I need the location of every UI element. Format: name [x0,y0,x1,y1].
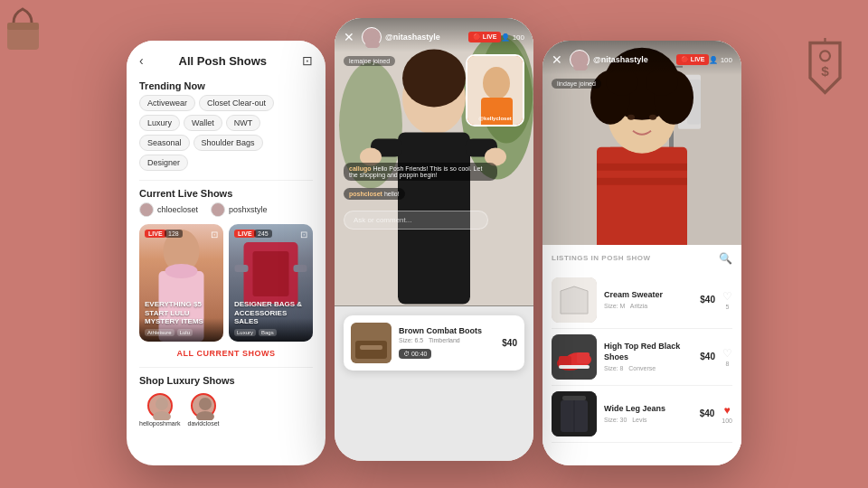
shop-host-2-avatar [191,393,216,418]
bookmark-1[interactable]: ⊡ [211,230,218,239]
svg-point-59 [573,62,588,70]
p2-viewer-count: 👤 100 [501,33,524,42]
listing-item-1[interactable]: Cream Sweater Size: M Aritzia $40 ♡ 5 [552,272,732,329]
live-count-2: 245 [254,230,272,238]
p2-chat-user-1: callugo [349,165,372,172]
p2-product-name: Brown Combat Boots [399,326,495,335]
p3-live-badge: 🔴 LIVE [676,54,710,65]
shop-host-2-name: davidcloset [188,420,220,427]
svg-point-31 [402,50,466,108]
p2-pip[interactable]: @kellycloset [466,54,524,127]
p2-video-area: ✕ @nitashastyle 🔴 LIVE 👤 100 lemajoe joi… [335,18,533,306]
svg-point-11 [165,264,198,278]
card1-tags: Athleisure Lulu [145,329,218,336]
svg-rect-15 [294,265,307,272]
p3-full-screen: ✕ @nitashastyle 🔴 LIVE 👤 100 lindaye joi… [542,41,741,465]
divider-1 [139,180,313,181]
live-card-2[interactable]: LIVE 245 ⊡ DESIGNER BAGS & ACCESSORIES S… [229,224,313,342]
svg-rect-68 [562,396,586,400]
p3-host-name[interactable]: @nitashastyle [593,55,648,64]
tag-designer[interactable]: Designer [139,155,188,171]
svg-point-58 [576,53,585,62]
back-button[interactable]: ‹ [139,53,144,68]
svg-point-20 [196,411,214,420]
svg-point-8 [213,211,223,217]
tag-closet-clearout[interactable]: Closet Clear-out [199,95,274,111]
p3-join-notification: lindaye joined [552,79,601,89]
p3-video-area: ✕ @nitashastyle 🔴 LIVE 👤 100 lindaye joi… [542,41,741,245]
listings-section: LISTINGS IN POSH SHOW 🔍 Cream Sweater [542,245,741,450]
p2-chat-text-2: hello! [384,191,400,197]
live-shows-title: Current Live Shows [139,183,313,202]
card2-text: DESIGNER BAGS & ACCESSORIES SALES [234,300,307,326]
trending-tags: Activewear Closet Clear-out Luxury Walle… [127,95,326,178]
p1-title: All Posh Shows [179,54,268,68]
listing-3-likes: 100 [722,418,732,424]
tag-wallet[interactable]: Wallet [184,115,222,131]
tag-activewear[interactable]: Activewear [139,95,195,111]
svg-rect-1 [7,23,39,30]
listings-header: LISTINGS IN POSH SHOW 🔍 [552,252,732,265]
svg-point-2 [820,51,830,61]
p3-host-info: @nitashastyle [570,50,676,70]
p2-chat-user-2: poshcloset [349,191,382,197]
p2-close-button[interactable]: ✕ [344,30,354,44]
tag-seasonal[interactable]: Seasonal [139,135,190,151]
listing-3-detail: Size: 30 Levis [604,417,693,423]
p3-close-button[interactable]: ✕ [552,52,562,67]
listing-1-price: $40 [700,295,715,305]
listing-1-info: Cream Sweater Size: M Aritzia [604,290,693,309]
listing-2-price: $40 [700,352,715,361]
p2-chat-area: callugo Hello Posh Friends! This is so c… [344,163,524,202]
shop-host-2[interactable]: davidcloset [188,393,220,427]
p2-comment-input[interactable]: Ask or comment... [344,211,488,230]
listing-2-info: High Top Red Black Shoes Size: 8 Convers… [604,342,693,371]
tag-luxury[interactable]: Luxury [139,115,180,131]
svg-point-32 [368,31,377,40]
svg-point-17 [156,398,168,410]
shop-host-1[interactable]: helloposhmark [139,393,181,427]
listing-item-2[interactable]: High Top Red Black Shoes Size: 8 Convers… [552,329,732,386]
p2-host-name[interactable]: @nitashastyle [385,33,440,42]
tag-shoulder-bags[interactable]: Shoulder Bags [193,135,263,151]
p2-pip-label: @kellycloset [467,116,523,121]
p3-host-avatar [570,50,590,70]
card1-tag2: Lulu [177,329,193,336]
listing-item-3[interactable]: Wide Leg Jeans Size: 30 Levis $40 ♥ 100 [552,386,732,443]
svg-rect-36 [481,98,513,127]
listing-2-name: High Top Red Black Shoes [604,342,693,362]
search-icon[interactable]: 🔍 [719,252,732,265]
p2-full-screen: ✕ @nitashastyle 🔴 LIVE 👤 100 lemajoe joi… [335,18,533,461]
live-card-1[interactable]: LIVE 128 ⊡ EVERYTHING $5 START LULU MYST… [139,224,223,342]
live-shows-section: Current Live Shows chloecloset poshxstyl… [127,183,326,342]
listing-2-likes: 8 [726,361,730,367]
svg-text:$: $ [821,63,829,79]
shop-host-1-avatar [147,393,173,418]
listing-2-heart[interactable]: ♡ 8 [722,347,732,367]
host2-name[interactable]: poshxstyle [229,205,268,214]
svg-rect-13 [253,251,289,296]
p2-product-card[interactable]: Brown Combat Boots Size: 6.5 Timberland … [344,315,524,371]
listing-1-detail: Size: M Aritzia [604,303,693,309]
card2-tag1: Luxury [234,329,256,336]
tag-nwt[interactable]: NWT [226,115,261,131]
listing-1-heart[interactable]: ♡ 5 [722,290,732,310]
svg-point-19 [199,398,212,410]
bookmark-2[interactable]: ⊡ [300,230,307,239]
listing-3-heart[interactable]: ♥ 100 [722,404,732,424]
svg-rect-65 [577,352,590,363]
p2-product-price: $40 [502,338,517,348]
svg-point-18 [153,411,171,420]
all-shows-link[interactable]: ALL CURRENT SHOWS [127,342,326,365]
svg-point-56 [627,115,635,120]
host1-name[interactable]: chloecloset [157,205,198,214]
shop-luxury-title: Shop Luxury Shows [139,370,313,389]
p1-bookmark[interactable]: ⊡ [302,53,313,68]
live-count-1: 128 [165,230,183,238]
handbag-decoration [0,0,54,63]
card2-tags: Luxury Bags [234,329,307,336]
listings-title: LISTINGS IN POSH SHOW [552,254,651,262]
p2-chat-msg-2: poshcloset hello! [344,188,405,200]
card2-tag2: Bags [259,329,277,336]
listing-2-detail: Size: 8 Converse [604,365,693,371]
